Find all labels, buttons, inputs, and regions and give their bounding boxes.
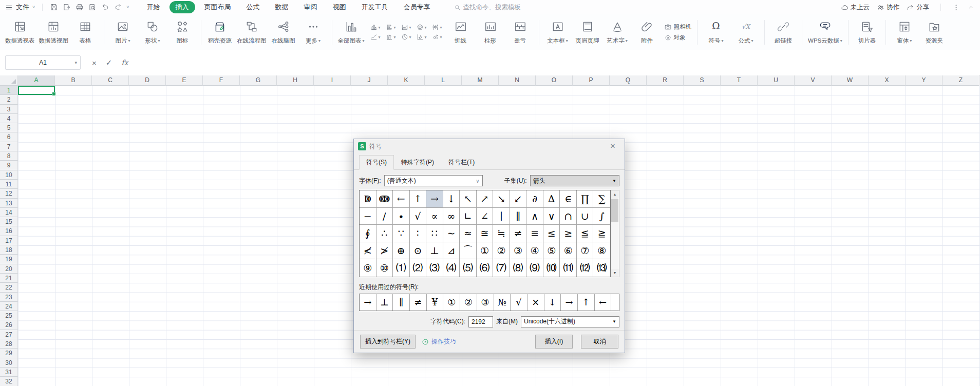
symbol-cell[interactable]: ∵ — [393, 225, 410, 242]
more-button[interactable]: 更多▾ — [298, 16, 328, 48]
dialog-tab-1[interactable]: 特殊字符(P) — [394, 155, 441, 170]
dialog-close-icon[interactable]: × — [605, 140, 620, 152]
cloud-data-button[interactable]: WPS云数据▾ — [806, 16, 844, 48]
recent-symbol-cell[interactable]: ≠ — [410, 294, 427, 311]
share-status[interactable]: 分享 — [907, 3, 929, 12]
chart-stock-button[interactable]: ▾ — [430, 23, 444, 31]
chart-all-button[interactable]: 全部图表▾ — [336, 16, 367, 48]
spark-winloss-button[interactable]: 盈亏 — [505, 16, 535, 48]
chart-column-button[interactable]: ▾ — [369, 23, 382, 31]
redo-button[interactable] — [114, 3, 122, 11]
symbol-cell[interactable]: ∩ — [560, 208, 577, 225]
pivot-table-button[interactable]: 数据透视表 — [3, 16, 37, 48]
recent-symbol-cell[interactable]: ∥ — [393, 294, 410, 311]
scroll-down-icon[interactable]: ▼ — [611, 269, 619, 277]
dialog-tab-0[interactable]: 符号(S) — [359, 155, 394, 170]
row-header-24[interactable]: 24 — [0, 302, 18, 311]
symbol-cell[interactable]: ⑺ — [493, 259, 510, 277]
recent-symbol-cell[interactable]: ↑ — [578, 294, 595, 311]
symbol-cell[interactable]: ↑ — [410, 190, 427, 208]
symbol-cell[interactable]: ≤ — [543, 225, 560, 242]
menu-tab-3[interactable]: 公式 — [240, 1, 266, 13]
col-header-I[interactable]: I — [314, 75, 351, 86]
row-header-14[interactable]: 14 — [0, 208, 18, 217]
col-header-D[interactable]: D — [129, 75, 166, 86]
symbol-cell[interactable]: ⑤ — [543, 242, 560, 260]
recent-symbol-cell[interactable]: → — [561, 294, 578, 311]
row-header-27[interactable]: 27 — [0, 330, 18, 339]
confirm-entry-icon[interactable]: ✓ — [106, 58, 112, 67]
scroll-up-icon[interactable]: ▲ — [611, 190, 619, 198]
cancel-entry-icon[interactable]: × — [92, 59, 97, 67]
col-header-S[interactable]: S — [684, 75, 721, 86]
symbol-cell[interactable]: ② — [493, 242, 510, 260]
menu-tab-6[interactable]: 视图 — [327, 1, 352, 13]
symbol-cell[interactable]: ∝ — [426, 208, 443, 225]
row-header-5[interactable]: 5 — [0, 123, 18, 132]
symbol-cell[interactable]: ∷ — [426, 225, 443, 242]
quick-access-more-icon[interactable]: ˅ — [126, 5, 129, 10]
object-button[interactable]: 对象 — [664, 34, 692, 42]
recent-symbol-cell[interactable]: ③ — [477, 294, 494, 311]
symbol-cell[interactable]: ⊕ — [393, 242, 410, 260]
chart-scatter-button[interactable]: ▾ — [415, 33, 428, 41]
dialog-tab-2[interactable]: 符号栏(T) — [441, 155, 482, 170]
col-header-U[interactable]: U — [758, 75, 795, 86]
col-header-R[interactable]: R — [647, 75, 684, 86]
symbol-cell[interactable]: ≧ — [593, 225, 610, 242]
export-button[interactable] — [63, 3, 71, 11]
symbol-cell[interactable]: ∏ — [577, 190, 594, 208]
row-header-7[interactable]: 7 — [0, 142, 18, 151]
symbol-cell[interactable]: ∑ — [593, 190, 610, 208]
recent-symbol-cell[interactable]: ¥ — [427, 294, 444, 311]
symbol-cell[interactable]: ∟ — [460, 208, 477, 225]
symbol-cell[interactable]: ↇ — [360, 190, 376, 208]
col-header-T[interactable]: T — [721, 75, 758, 86]
chart-area-button[interactable]: ▾ — [400, 23, 413, 31]
row-header-18[interactable]: 18 — [0, 245, 18, 255]
symbol-cell[interactable]: ∠ — [477, 208, 494, 225]
col-header-E[interactable]: E — [166, 75, 203, 86]
symbol-cell[interactable]: ⑾ — [560, 259, 577, 277]
symbol-cell[interactable]: ≥ — [560, 225, 577, 242]
row-header-8[interactable]: 8 — [0, 151, 18, 161]
tips-link[interactable]: 操作技巧 — [422, 337, 456, 346]
symbol-cell[interactable]: ⑽ — [543, 259, 560, 277]
save-button[interactable] — [50, 3, 58, 11]
symbol-cell[interactable]: ∨ — [543, 208, 560, 225]
menu-tab-7[interactable]: 开发工具 — [355, 1, 394, 13]
table-button[interactable]: 表格 — [70, 16, 100, 48]
symbol-cell[interactable]: ⑵ — [410, 259, 427, 277]
col-header-H[interactable]: H — [277, 75, 314, 86]
symbol-cell[interactable]: ⊥ — [426, 242, 443, 260]
symbol-cell[interactable]: ⒀ — [593, 259, 610, 277]
resource-folder-button[interactable]: 资源夹 — [919, 16, 949, 48]
col-header-C[interactable]: C — [92, 75, 129, 86]
scroll-track[interactable] — [611, 223, 619, 269]
collapse-ribbon-icon[interactable] — [967, 4, 975, 11]
symbol-cell[interactable]: ∮ — [360, 225, 376, 242]
mindmap-button[interactable]: 在线脑图 — [269, 16, 298, 48]
docer-button[interactable]: 稻壳资源 — [205, 16, 235, 48]
spark-col-button[interactable]: 柱形 — [476, 16, 505, 48]
col-header-Z[interactable]: Z — [943, 75, 979, 86]
symbol-cell[interactable]: √ — [410, 208, 427, 225]
file-menu-button[interactable]: 文件 — [16, 3, 29, 12]
row-header-13[interactable]: 13 — [0, 199, 18, 208]
col-header-O[interactable]: O — [536, 75, 573, 86]
symbol-cell[interactable]: ∫ — [593, 208, 610, 225]
menu-tab-4[interactable]: 数据 — [269, 1, 295, 13]
recent-symbol-cell[interactable]: ↓ — [544, 294, 561, 311]
select-all-corner[interactable] — [0, 75, 18, 86]
icons-button[interactable]: 图标 — [167, 16, 197, 48]
chart-bar-button[interactable]: ▾ — [384, 23, 398, 31]
symbol-cell[interactable]: ↙ — [510, 190, 527, 208]
symbol-cell[interactable]: ∪ — [577, 208, 594, 225]
symbol-cell[interactable]: ⊙ — [410, 242, 427, 260]
recent-symbol-cell[interactable]: → — [360, 294, 376, 311]
menu-tab-2[interactable]: 页面布局 — [198, 1, 237, 13]
symbol-cell[interactable]: ≒ — [493, 225, 510, 242]
row-header-25[interactable]: 25 — [0, 311, 18, 320]
row-header-11[interactable]: 11 — [0, 180, 18, 189]
row-header-6[interactable]: 6 — [0, 132, 18, 142]
